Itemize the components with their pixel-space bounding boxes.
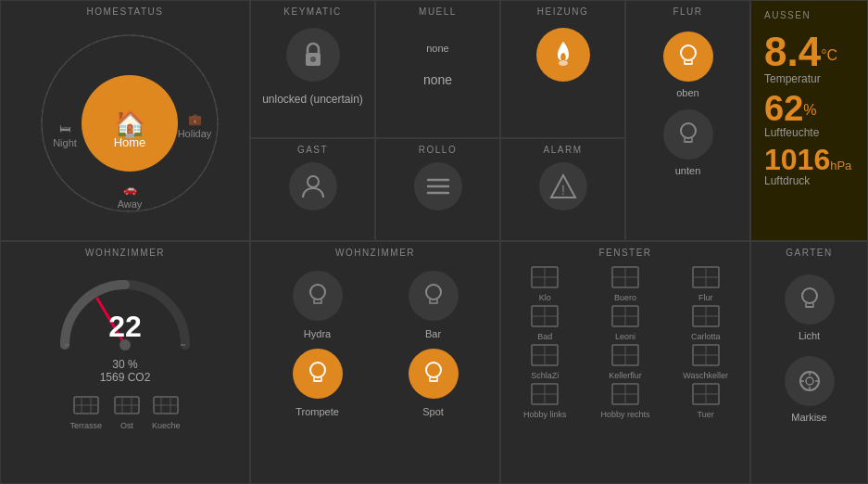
muell-title: MUELL xyxy=(419,6,457,17)
wohnzimmer-lights-title: WOHNZIMMER xyxy=(335,248,415,258)
aussen-temp-block: 8.4°C xyxy=(764,32,837,72)
fenster-waschkeller[interactable]: Waschkeller xyxy=(667,343,744,380)
svg-point-22 xyxy=(681,123,696,138)
svg-point-43 xyxy=(426,363,441,377)
rollo-menu-icon[interactable] xyxy=(414,162,462,210)
flur-unten-label: unten xyxy=(675,165,701,176)
fenster-panel: FENSTER Klo Buero xyxy=(500,241,750,484)
gast-title: GAST xyxy=(297,145,328,155)
aussen-pressure-unit: hPa xyxy=(830,159,851,172)
bad-label: Bad xyxy=(537,332,552,341)
fenster-leoni[interactable]: Leoni xyxy=(587,304,664,341)
kueche-item[interactable]: Kueche xyxy=(152,393,181,430)
spot-label: Spot xyxy=(422,406,444,417)
flur-unten-bulb[interactable] xyxy=(663,109,713,159)
keymatic-lock-icon[interactable] xyxy=(286,28,340,82)
garten-licht[interactable]: Licht xyxy=(785,271,835,341)
flur-col: FLUR oben xyxy=(625,0,750,241)
schlazi-label: SchlaZi xyxy=(531,371,559,380)
fenster-buero[interactable]: Buero xyxy=(587,265,664,302)
fenster-bad[interactable]: Bad xyxy=(507,304,584,341)
tuer-label: Tuer xyxy=(698,410,714,419)
fenster-flur[interactable]: Flur xyxy=(667,265,744,302)
rollo-panel: ROLLO xyxy=(375,138,500,241)
flur-oben-label: oben xyxy=(676,87,698,98)
muell-value: none xyxy=(426,43,448,54)
heizung-flame-icon[interactable] xyxy=(536,28,590,82)
terrasse-label: Terrasse xyxy=(69,421,102,430)
homestatus-panel: HOMESTATUS 🏠 🛏 Night 💼 Holiday 🚗 Away xyxy=(0,0,250,241)
svg-point-84 xyxy=(806,377,813,385)
fenster-klo[interactable]: Klo xyxy=(507,265,584,302)
garten-markise[interactable]: Markise xyxy=(785,352,835,423)
wohnzimmer-left-title: WOHNZIMMER xyxy=(85,248,165,258)
svg-point-20 xyxy=(681,45,696,60)
keymatic-gast-col: KEYMATIC unlocked (uncertain) GAST xyxy=(250,0,375,241)
aussen-pressure-value: 1016 xyxy=(764,143,830,176)
hobby-rechts-label: Hobby rechts xyxy=(600,410,649,419)
fenster-carlotta[interactable]: Carlotta xyxy=(667,304,744,341)
aussen-humidity-unit: % xyxy=(803,102,816,118)
flur-oben: oben xyxy=(663,28,713,98)
light-trompete[interactable]: Trompete xyxy=(262,345,372,417)
flur-oben-bulb[interactable] xyxy=(663,32,713,82)
svg-text:Night: Night xyxy=(53,137,77,148)
muell-rollo-col: MUELL none none ROLLO xyxy=(375,0,500,241)
garten-panel: GARTEN Licht xyxy=(750,241,868,484)
fenster-kellerflur[interactable]: Kellerflur xyxy=(587,343,664,380)
svg-text:🛏: 🛏 xyxy=(59,122,70,135)
terrasse-item[interactable]: Terrasse xyxy=(69,393,102,430)
wohnzimmer-left-panel: WOHNZIMMER 22 30 % 1569 CO2 xyxy=(0,241,250,484)
svg-text:💼: 💼 xyxy=(188,112,202,126)
trompete-label: Trompete xyxy=(296,406,339,417)
waschkeller-label: Waschkeller xyxy=(683,371,728,380)
svg-text:🚗: 🚗 xyxy=(123,182,137,196)
svg-text:Holiday: Holiday xyxy=(178,128,212,139)
aussen-panel: AUSSEN 8.4°C Temperatur 62% Luftfeuchte … xyxy=(750,0,868,241)
svg-text:!: ! xyxy=(561,183,565,197)
svg-point-41 xyxy=(310,363,325,377)
light-hydra[interactable]: Hydra xyxy=(262,267,372,339)
hydra-label: Hydra xyxy=(304,328,331,339)
homestatus-title: HOMESTATUS xyxy=(87,6,164,17)
gast-panel: GAST xyxy=(250,138,375,241)
wohnzimmer-percent: 30 % xyxy=(112,358,137,371)
fenster-tuer[interactable]: Tuer xyxy=(667,382,744,419)
hobby-links-label: Hobby links xyxy=(523,410,567,419)
svg-point-81 xyxy=(802,288,817,303)
fenster-hobby-rechts[interactable]: Hobby rechts xyxy=(587,382,664,419)
flur-win-label: Flur xyxy=(698,293,713,302)
aussen-pressure-label: Luftdruck xyxy=(764,174,810,187)
svg-point-12 xyxy=(310,57,316,62)
aussen-title: AUSSEN xyxy=(764,10,811,20)
gast-person-icon[interactable] xyxy=(289,162,337,210)
gauge-container: 22 xyxy=(51,271,199,354)
keymatic-panel: KEYMATIC unlocked (uncertain) xyxy=(250,0,375,138)
svg-point-40 xyxy=(426,285,441,299)
homestatus-circle: 🏠 🛏 Night 💼 Holiday 🚗 Away Home xyxy=(32,26,218,211)
light-bar[interactable]: Bar xyxy=(378,267,488,339)
fenster-schlazi[interactable]: SchlaZi xyxy=(507,343,584,380)
light-spot[interactable]: Spot xyxy=(378,345,488,417)
ost-label: Ost xyxy=(120,421,133,430)
heizung-alarm-col: HEIZUNG ALARM ! xyxy=(500,0,625,241)
alarm-panel: ALARM ! xyxy=(500,138,625,241)
fenster-hobby-links[interactable]: Hobby links xyxy=(507,382,584,419)
garten-markise-label: Markise xyxy=(791,412,827,423)
aussen-pressure-block: 1016hPa xyxy=(764,145,851,174)
keymatic-title: KEYMATIC xyxy=(283,6,341,17)
rollo-title: ROLLO xyxy=(419,145,457,155)
wohnzimmer-lights-panel: WOHNZIMMER Hydra xyxy=(250,241,500,484)
aussen-humidity-label: Luftfeuchte xyxy=(764,126,819,139)
svg-point-39 xyxy=(310,285,325,299)
leoni-label: Leoni xyxy=(615,332,635,341)
kellerflur-label: Kellerflur xyxy=(609,371,642,380)
aussen-humidity-value: 62 xyxy=(764,89,803,128)
aussen-humidity-block: 62% xyxy=(764,91,817,126)
ost-item[interactable]: Ost xyxy=(113,393,141,430)
keymatic-status: unlocked (uncertain) xyxy=(262,93,363,106)
svg-text:Home: Home xyxy=(114,135,146,149)
alarm-warning-icon[interactable]: ! xyxy=(539,162,587,210)
wohnzimmer-co2: 1569 CO2 xyxy=(100,371,151,384)
carlotta-label: Carlotta xyxy=(691,332,721,341)
